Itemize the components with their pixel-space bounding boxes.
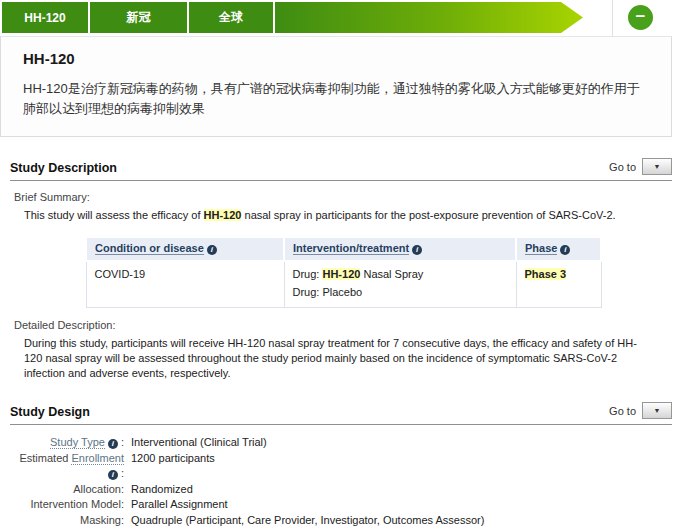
row-value: Quadruple (Participant, Care Provider, I… [131,513,484,529]
tab-hh-120[interactable]: HH-120 [2,2,88,33]
condition-header-link[interactable]: Condition or disease [95,242,204,255]
design-row-masking: Masking: Quadruple (Participant, Care Pr… [10,513,672,529]
brief-summary-label: Brief Summary: [14,191,672,203]
row-value: Randomized [131,482,193,498]
intervention-pre: Drug: [293,268,323,280]
condition-cell: COVID-19 [86,261,284,308]
goto-label: Go to [609,161,636,173]
design-row-enrollment: Estimated Enrollmenti : 1200 participant… [10,451,672,482]
label-suffix: : [118,436,124,448]
row-value: Interventional (Clinical Trial) [131,435,267,451]
tab-xinguan[interactable]: 新冠 [90,2,187,33]
label-suffix: : [121,514,124,526]
brief-summary-highlight: HH-120 [204,209,242,221]
header-phase: Phasei [516,237,601,261]
info-icon[interactable]: i [207,245,217,255]
table-row: COVID-19 Drug: HH-120 Nasal Spray Drug: … [86,261,601,308]
table-header-row: Condition or diseasei Intervention/treat… [86,237,601,261]
label-suffix: : [121,498,124,510]
info-icon[interactable]: i [412,245,422,255]
goto-control: Go to ▼ [609,158,672,175]
row-value: 1200 participants [131,451,215,482]
study-description-header: Study Description Go to ▼ [10,158,672,181]
label-suffix: : [121,483,124,495]
goto-dropdown[interactable]: ▼ [642,402,672,419]
study-design-rows: Study Typei : Interventional (Clinical T… [10,435,672,531]
label-pre: Intervention Model [30,498,121,510]
condition-intervention-table: Condition or diseasei Intervention/treat… [85,236,602,308]
design-row-allocation: Allocation: Randomized [10,482,672,498]
study-type-link[interactable]: Study Type [50,436,105,449]
info-icon[interactable]: i [108,439,118,449]
phase-cell: Phase 3 [516,261,601,308]
info-icon[interactable]: i [108,470,118,480]
goto-control: Go to ▼ [609,402,672,419]
breadcrumb-bar: HH-120 新冠 全球 − [0,0,680,36]
study-description-section: Study Description Go to ▼ Brief Summary:… [10,158,672,381]
intervention-highlight: HH-120 [322,268,360,280]
design-row-intervention-model: Intervention Model: Parallel Assignment [10,497,672,513]
label-pre: Masking [80,514,121,526]
detailed-description-label: Detailed Description: [14,319,672,331]
header-condition: Condition or diseasei [86,237,284,261]
brief-summary-post: nasal spray in participants for the post… [241,209,615,221]
label-suffix: : [118,467,124,479]
topbar-divider [612,0,613,36]
tab-quanqiu[interactable]: 全球 [189,2,273,33]
chevron-down-icon: ▼ [654,407,661,414]
row-label: Intervention Model: [10,497,124,513]
overview-title: HH-120 [23,50,649,67]
intervention-post: Nasal Spray [360,268,423,280]
collapse-button[interactable]: − [628,5,653,30]
chevron-down-icon: ▼ [654,163,661,170]
row-label: Study Typei : [10,435,124,451]
study-design-section: Study Design Go to ▼ Study Typei : Inter… [10,402,672,531]
intervention-header-link[interactable]: Intervention/treatment [293,242,409,255]
header-intervention: Intervention/treatmenti [284,237,516,261]
brief-summary-text: This study will assess the efficacy of H… [24,208,654,223]
intervention-cell: Drug: HH-120 Nasal Spray Drug: Placebo [284,261,516,308]
progress-arrow-banner [275,2,583,33]
intervention-line: Drug: Placebo [293,286,508,298]
minus-icon: − [636,8,646,25]
row-value: Parallel Assignment [131,497,228,513]
design-row-study-type: Study Typei : Interventional (Clinical T… [10,435,672,451]
overview-description: HH-120是治疗新冠病毒的药物，具有广谱的冠状病毒抑制功能，通过独特的雾化吸入… [23,79,649,119]
phase-header-link[interactable]: Phase [525,242,557,255]
goto-label: Go to [609,405,636,417]
brief-summary-pre: This study will assess the efficacy of [24,209,204,221]
row-label: Estimated Enrollmenti : [10,451,124,482]
row-label: Masking: [10,513,124,529]
section-title-study-design: Study Design [10,405,90,419]
overview-panel: HH-120 HH-120是治疗新冠病毒的药物，具有广谱的冠状病毒抑制功能，通过… [0,36,672,137]
row-label: Allocation: [10,482,124,498]
label-pre: Allocation [73,483,121,495]
label-pre: Estimated [19,452,71,464]
enrollment-link[interactable]: Enrollment [71,452,124,465]
intervention-line: Drug: HH-120 Nasal Spray [293,268,508,280]
detailed-description-text: During this study, participants will rec… [24,336,654,381]
section-title-study-description: Study Description [10,161,117,175]
study-design-header: Study Design Go to ▼ [10,402,672,425]
phase-value: Phase 3 [525,268,567,280]
info-icon[interactable]: i [560,245,570,255]
goto-dropdown[interactable]: ▼ [642,158,672,175]
